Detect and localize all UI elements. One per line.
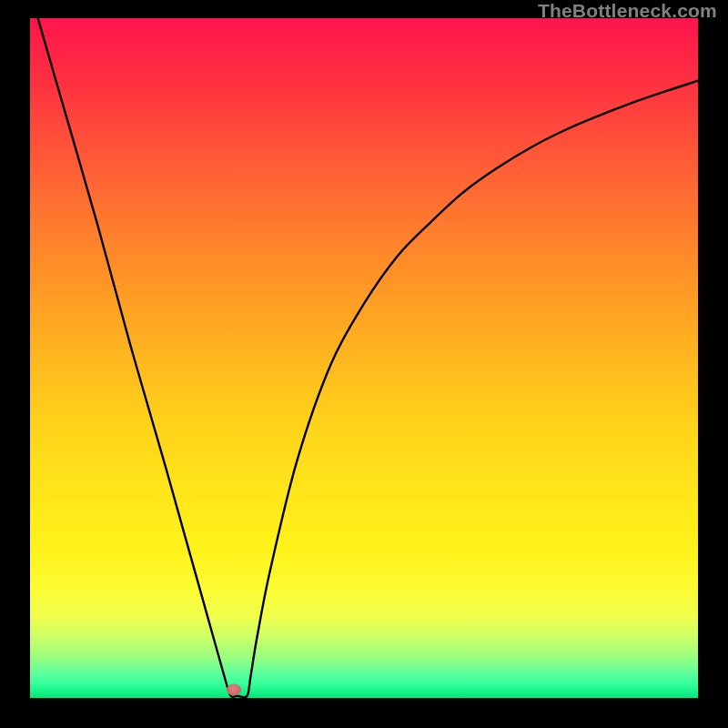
optimum-marker (227, 684, 241, 696)
watermark-text: TheBottleneck.com (538, 0, 717, 22)
chart-plot-area (30, 18, 698, 698)
